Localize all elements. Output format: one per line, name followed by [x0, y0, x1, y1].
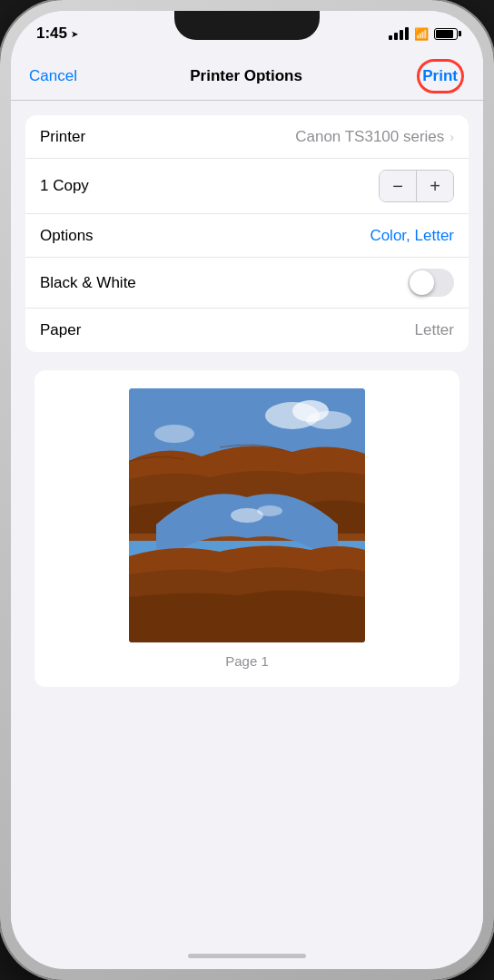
bw-toggle[interactable] [408, 269, 454, 297]
bw-label: Black & White [40, 274, 136, 292]
home-indicator [188, 954, 306, 958]
status-time: 1:45 [36, 24, 67, 43]
wifi-icon: 📶 [414, 27, 429, 41]
phone-screen: 1:45 ➤ 📶 Cancel Printer Options [11, 11, 483, 969]
toggle-knob [410, 270, 434, 295]
page-title: Printer Options [190, 67, 302, 85]
paper-row[interactable]: Paper Letter [25, 309, 469, 352]
print-button[interactable]: Print [415, 64, 465, 89]
content-area: Printer Canon TS3100 series › 1 Copy − + [11, 101, 483, 941]
options-value: Color, Letter [370, 227, 454, 245]
notch [174, 11, 320, 40]
location-icon: ➤ [71, 29, 78, 39]
copy-stepper[interactable]: − + [379, 170, 454, 202]
printer-value: Canon TS3100 series › [295, 128, 454, 146]
bw-row: Black & White [25, 258, 469, 309]
cancel-button[interactable]: Cancel [29, 67, 77, 85]
paper-value: Letter [415, 321, 454, 339]
options-row[interactable]: Options Color, Letter [25, 214, 469, 258]
preview-image [129, 388, 365, 642]
nav-bar: Cancel Printer Options Print [11, 56, 483, 101]
chevron-icon: › [450, 130, 454, 144]
printer-label: Printer [40, 128, 85, 146]
landscape-svg [129, 388, 365, 642]
phone-frame: 1:45 ➤ 📶 Cancel Printer Options [0, 0, 494, 980]
svg-point-3 [306, 411, 351, 429]
battery-icon [434, 28, 458, 40]
paper-label: Paper [40, 321, 81, 339]
svg-point-6 [257, 505, 282, 516]
increment-button[interactable]: + [417, 171, 453, 201]
signal-icon [389, 27, 409, 40]
preview-card: Page 1 [35, 370, 459, 687]
decrement-button[interactable]: − [380, 171, 416, 201]
printer-row[interactable]: Printer Canon TS3100 series › [25, 115, 469, 159]
copy-row: 1 Copy − + [25, 159, 469, 214]
settings-card: Printer Canon TS3100 series › 1 Copy − + [25, 115, 469, 352]
options-label: Options [40, 227, 94, 245]
status-icons: 📶 [389, 27, 458, 41]
page-label: Page 1 [225, 653, 269, 669]
print-button-wrapper: Print [415, 64, 465, 89]
svg-point-4 [154, 425, 194, 443]
copy-label: 1 Copy [40, 177, 89, 195]
